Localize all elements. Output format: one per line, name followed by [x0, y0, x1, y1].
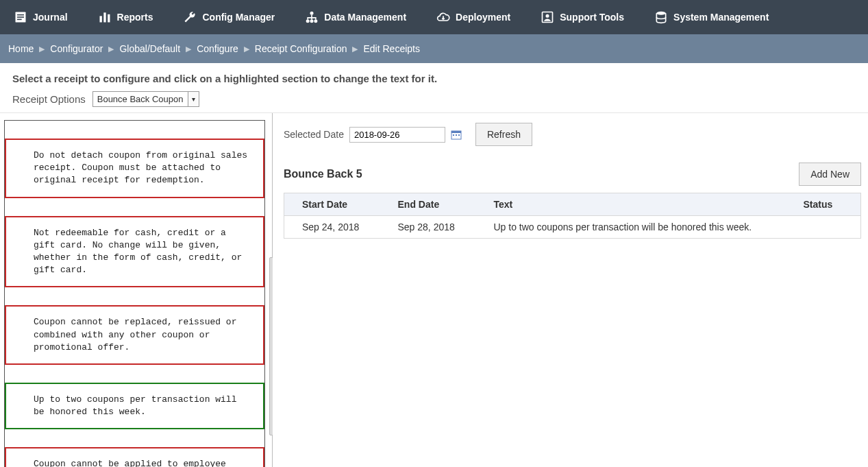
main-content: Do not detach coupon from original sales…	[0, 113, 868, 467]
receipt-preview-pane: Do not detach coupon from original sales…	[0, 113, 273, 467]
svg-rect-3	[17, 19, 22, 21]
refresh-button[interactable]: Refresh	[475, 123, 532, 146]
selected-date-row: Selected Date Refresh	[284, 123, 861, 146]
reports-icon	[98, 10, 112, 24]
top-nav: Journal Reports Config Manager Data Mana…	[0, 0, 868, 34]
breadcrumb-sep-icon: ▶	[39, 45, 45, 53]
receipt-gap	[5, 429, 264, 447]
schedule-table: Start Date End Date Text Status Sep 24, …	[284, 193, 861, 239]
nav-config-label: Config Manager	[202, 12, 275, 23]
receipt-options-row: Receipt Options Bounce Back Coupon	[0, 91, 868, 113]
nav-reports-label: Reports	[117, 12, 153, 23]
calendar-icon[interactable]	[451, 129, 462, 140]
svg-point-10	[314, 19, 318, 23]
breadcrumb: Home ▶ Configurator ▶ Global/Default ▶ C…	[0, 34, 868, 63]
nav-system-label: System Management	[673, 12, 769, 23]
cell-text: Up to two coupons per transaction will b…	[476, 216, 786, 239]
nav-data-management[interactable]: Data Management	[299, 6, 412, 28]
nav-deploy-label: Deployment	[456, 12, 510, 23]
receipt-gap	[5, 121, 264, 139]
col-header-end[interactable]: End Date	[380, 193, 476, 216]
detail-pane: Selected Date Refresh Bounce Back 5 Add …	[273, 113, 868, 467]
person-box-icon	[541, 10, 554, 24]
col-header-text[interactable]: Text	[476, 193, 786, 216]
breadcrumb-sep-icon: ▶	[352, 45, 358, 53]
nav-deployment[interactable]: Deployment	[431, 6, 516, 28]
svg-rect-1	[17, 14, 24, 16]
database-icon	[654, 10, 668, 24]
cell-start: Sep 24, 2018	[284, 216, 380, 239]
crumb-home[interactable]: Home	[8, 43, 34, 54]
crumb-receipt-config[interactable]: Receipt Configuration	[255, 43, 347, 54]
add-new-button[interactable]: Add New	[799, 163, 861, 186]
col-header-status[interactable]: Status	[786, 193, 861, 216]
selected-date-label: Selected Date	[284, 129, 344, 140]
svg-point-7	[310, 12, 314, 15]
svg-rect-6	[108, 14, 110, 23]
nav-support-tools[interactable]: Support Tools	[535, 6, 630, 28]
selected-date-input[interactable]	[349, 127, 445, 143]
chevron-down-icon[interactable]	[188, 91, 199, 107]
section-header-row: Bounce Back 5 Add New	[284, 163, 861, 186]
breadcrumb-sep-icon: ▶	[244, 45, 249, 53]
crumb-edit-receipts[interactable]: Edit Receipts	[363, 43, 419, 54]
page-instruction: Select a receipt to configure and click …	[0, 63, 868, 91]
receipt-section-2[interactable]: Not redeemable for cash, credit or a gif…	[5, 216, 264, 288]
receipt-options-value: Bounce Back Coupon	[92, 91, 188, 107]
table-row[interactable]: Sep 24, 2018 Sep 28, 2018 Up to two coup…	[284, 216, 861, 239]
nav-journal-label: Journal	[33, 12, 68, 23]
wrench-icon	[183, 10, 197, 24]
svg-rect-2	[17, 16, 24, 18]
svg-point-9	[310, 19, 314, 23]
svg-rect-18	[458, 134, 460, 136]
svg-rect-4	[99, 16, 101, 22]
table-header-row: Start Date End Date Text Status	[284, 193, 861, 216]
crumb-configurator[interactable]: Configurator	[50, 43, 103, 54]
svg-point-8	[306, 19, 310, 23]
nav-journal[interactable]: Journal	[8, 6, 73, 28]
receipt-options-label: Receipt Options	[12, 93, 86, 105]
cell-status	[786, 216, 861, 239]
svg-rect-17	[456, 134, 457, 136]
receipt-section-1[interactable]: Do not detach coupon from original sales…	[5, 139, 264, 198]
svg-rect-16	[453, 134, 454, 136]
crumb-global[interactable]: Global/Default	[119, 43, 180, 54]
breadcrumb-sep-icon: ▶	[108, 45, 114, 53]
svg-point-13	[656, 12, 665, 15]
svg-rect-15	[451, 131, 461, 133]
nav-reports[interactable]: Reports	[92, 6, 159, 28]
receipt-gap	[5, 198, 264, 216]
col-header-start[interactable]: Start Date	[284, 193, 380, 216]
nav-system-management[interactable]: System Management	[649, 6, 774, 28]
hierarchy-icon	[305, 10, 319, 24]
receipt-gap	[5, 287, 264, 305]
svg-rect-5	[103, 12, 106, 22]
nav-data-label: Data Management	[324, 12, 406, 23]
svg-point-12	[546, 14, 549, 18]
receipt-section-list: Do not detach coupon from original sales…	[4, 120, 265, 467]
receipt-section-3[interactable]: Coupon cannot be replaced, reissued or c…	[5, 305, 264, 365]
nav-config-manager[interactable]: Config Manager	[177, 6, 280, 28]
crumb-configure[interactable]: Configure	[197, 43, 238, 54]
receipt-gap	[5, 365, 264, 383]
section-title: Bounce Back 5	[284, 168, 362, 180]
breadcrumb-sep-icon: ▶	[186, 45, 191, 53]
receipt-options-select[interactable]: Bounce Back Coupon	[92, 91, 199, 107]
nav-support-label: Support Tools	[560, 12, 624, 23]
receipt-section-5[interactable]: Coupon cannot be applied to employee pur…	[5, 447, 264, 467]
receipt-section-4[interactable]: Up to two coupons per transaction will b…	[5, 383, 264, 429]
journal-icon	[14, 10, 27, 24]
cloud-down-icon	[436, 10, 450, 24]
cell-end: Sep 28, 2018	[380, 216, 476, 239]
